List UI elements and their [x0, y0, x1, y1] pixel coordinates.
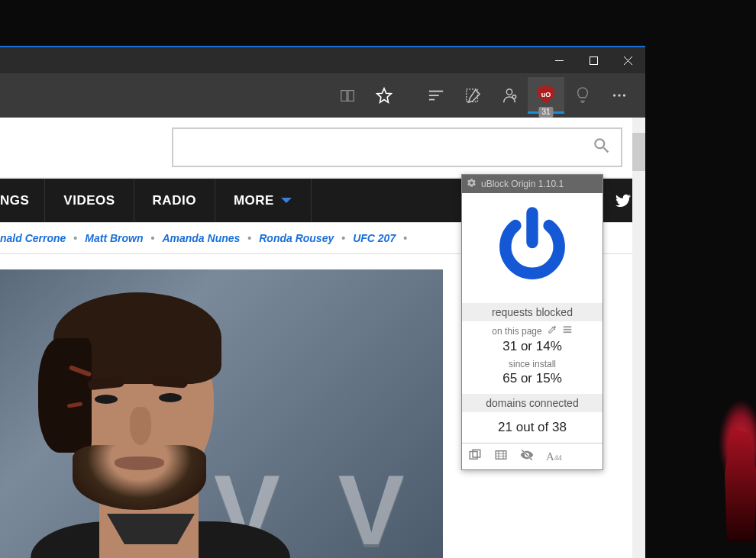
scrollbar-thumb[interactable]: [632, 133, 645, 171]
nav-item-more[interactable]: MORE: [215, 179, 312, 222]
trending-link[interactable]: Ronda Rousey: [259, 232, 334, 244]
svg-rect-1: [590, 56, 598, 64]
scrollbar[interactable]: [632, 118, 645, 558]
trending-link[interactable]: nald Cerrone: [0, 232, 66, 244]
web-notes-button[interactable]: [454, 77, 491, 114]
search-input[interactable]: [172, 127, 622, 167]
svg-point-10: [613, 94, 615, 96]
search-bar: [0, 118, 645, 179]
twitter-icon: [615, 192, 632, 209]
ublock-shield-icon: uO: [538, 85, 554, 104]
trending-link[interactable]: UFC 207: [353, 232, 396, 244]
minimize-button[interactable]: [542, 47, 577, 73]
svg-rect-18: [496, 451, 506, 460]
trending-link[interactable]: Amanda Nunes: [162, 232, 240, 244]
more-button[interactable]: [601, 77, 638, 114]
nav-item-radio[interactable]: RADIO: [134, 179, 215, 222]
ublock-popup: uBlock Origin 1.10.1 requests blocked on…: [461, 174, 603, 470]
popups-icon[interactable]: [468, 448, 482, 465]
svg-rect-16: [470, 452, 477, 460]
nav-item-ngs[interactable]: NGS: [0, 179, 45, 222]
domains-connected-value: 21 out of 38: [462, 412, 603, 443]
requests-blocked-header: requests blocked: [462, 303, 603, 321]
ublock-popup-header: uBlock Origin 1.10.1: [462, 175, 603, 193]
svg-rect-14: [563, 329, 571, 331]
hero-person: [31, 292, 252, 558]
favorite-button[interactable]: [366, 77, 402, 114]
gear-icon[interactable]: [467, 177, 477, 191]
ublock-badge: 31: [538, 107, 553, 118]
svg-point-8: [506, 89, 512, 95]
svg-rect-13: [563, 326, 571, 327]
power-icon[interactable]: [490, 205, 574, 292]
nav-item-videos[interactable]: VIDEOS: [45, 179, 134, 222]
reading-view-button[interactable]: [329, 77, 366, 114]
svg-point-12: [623, 94, 625, 96]
font-size-button[interactable]: A44: [546, 450, 562, 463]
on-this-page-label: on this page: [492, 326, 541, 337]
svg-rect-17: [473, 450, 480, 457]
trending-separator: •: [341, 232, 345, 244]
trending-separator: •: [403, 232, 407, 244]
svg-point-9: [512, 95, 516, 99]
share-button[interactable]: [491, 77, 528, 114]
window-titlebar: [0, 47, 645, 73]
ublock-tools: A44: [462, 443, 603, 469]
ublock-popup-title: uBlock Origin 1.10.1: [481, 179, 564, 189]
eyedropper-icon[interactable]: [547, 324, 557, 337]
ublock-power-section: [462, 193, 603, 303]
trending-separator: •: [73, 232, 77, 244]
lightbulb-button[interactable]: [564, 77, 601, 114]
close-button[interactable]: [611, 47, 645, 73]
svg-point-11: [618, 94, 620, 96]
list-icon[interactable]: [562, 324, 573, 337]
hero-image[interactable]: V V: [0, 269, 443, 558]
since-install-value: 65 or 15%: [462, 369, 603, 391]
browser-toolbar: uO 31: [0, 73, 645, 118]
domains-connected-header: domains connected: [462, 394, 603, 412]
svg-rect-15: [563, 331, 571, 333]
maximize-button[interactable]: [577, 47, 611, 73]
search-icon: [592, 136, 612, 159]
eye-off-icon[interactable]: [520, 448, 534, 465]
ublock-stats: requests blocked on this page 31 or 14% …: [462, 303, 603, 443]
media-icon[interactable]: [494, 448, 508, 465]
trending-link[interactable]: Matt Brown: [85, 232, 143, 244]
trending-separator: •: [150, 232, 154, 244]
browser-window: uO 31 NGS VIDEOS RADIO MORE: [0, 46, 645, 558]
trending-separator: •: [247, 232, 251, 244]
on-this-page-value: 31 or 14%: [462, 337, 603, 359]
chevron-down-icon: [280, 197, 292, 205]
since-install-label: since install: [509, 359, 556, 369]
hub-button[interactable]: [418, 77, 454, 114]
ublock-extension-button[interactable]: uO 31: [528, 77, 564, 114]
